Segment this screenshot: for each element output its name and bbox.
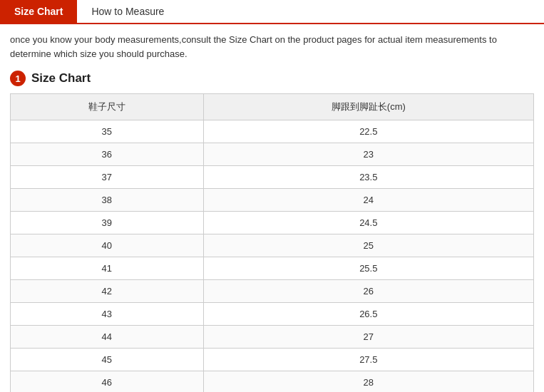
cell-size: 45 bbox=[11, 349, 204, 371]
cell-length: 25.5 bbox=[203, 257, 533, 280]
cell-size: 43 bbox=[11, 303, 204, 326]
cell-size: 36 bbox=[11, 143, 204, 166]
table-row: 4025 bbox=[11, 234, 534, 257]
cell-length: 26 bbox=[203, 280, 533, 303]
cell-size: 38 bbox=[11, 189, 204, 212]
tab-how-to-measure[interactable]: How to Measure bbox=[77, 0, 178, 23]
table-row: 3924.5 bbox=[11, 212, 534, 234]
section-number: 1 bbox=[10, 71, 26, 86]
intro-text: once you know your body measurements,con… bbox=[0, 24, 544, 66]
table-row: 3824 bbox=[11, 189, 534, 212]
table-row: 4226 bbox=[11, 280, 534, 303]
cell-size: 39 bbox=[11, 212, 204, 234]
section-title-text: Size Chart bbox=[31, 71, 91, 86]
table-row: 4527.5 bbox=[11, 349, 534, 371]
cell-length: 27.5 bbox=[203, 349, 533, 371]
cell-length: 27 bbox=[203, 326, 533, 349]
cell-size: 41 bbox=[11, 257, 204, 280]
cell-size: 35 bbox=[11, 120, 204, 143]
table-row: 4427 bbox=[11, 326, 534, 349]
tab-bar: Size Chart How to Measure bbox=[0, 0, 544, 24]
tab-size-chart[interactable]: Size Chart bbox=[0, 0, 77, 23]
table-row: 3723.5 bbox=[11, 166, 534, 189]
cell-length: 25 bbox=[203, 234, 533, 257]
cell-length: 24 bbox=[203, 189, 533, 212]
col-header-length: 脚跟到脚趾长(cm) bbox=[203, 94, 533, 120]
table-row: 3522.5 bbox=[11, 120, 534, 143]
table-row: 4326.5 bbox=[11, 303, 534, 326]
cell-size: 44 bbox=[11, 326, 204, 349]
cell-length: 22.5 bbox=[203, 120, 533, 143]
cell-length: 23.5 bbox=[203, 166, 533, 189]
cell-size: 46 bbox=[11, 371, 204, 393]
cell-length: 26.5 bbox=[203, 303, 533, 326]
table-row: 4125.5 bbox=[11, 257, 534, 280]
table-row: 4628 bbox=[11, 371, 534, 393]
col-header-size: 鞋子尺寸 bbox=[11, 94, 204, 120]
section-title: 1 Size Chart bbox=[0, 66, 544, 93]
main-container: Size Chart How to Measure once you know … bbox=[0, 0, 544, 392]
table-row: 3623 bbox=[11, 143, 534, 166]
cell-length: 24.5 bbox=[203, 212, 533, 234]
cell-size: 42 bbox=[11, 280, 204, 303]
cell-length: 28 bbox=[203, 371, 533, 393]
size-table: 鞋子尺寸 脚跟到脚趾长(cm) 3522.536233723.538243924… bbox=[10, 93, 534, 392]
cell-length: 23 bbox=[203, 143, 533, 166]
cell-size: 37 bbox=[11, 166, 204, 189]
cell-size: 40 bbox=[11, 234, 204, 257]
